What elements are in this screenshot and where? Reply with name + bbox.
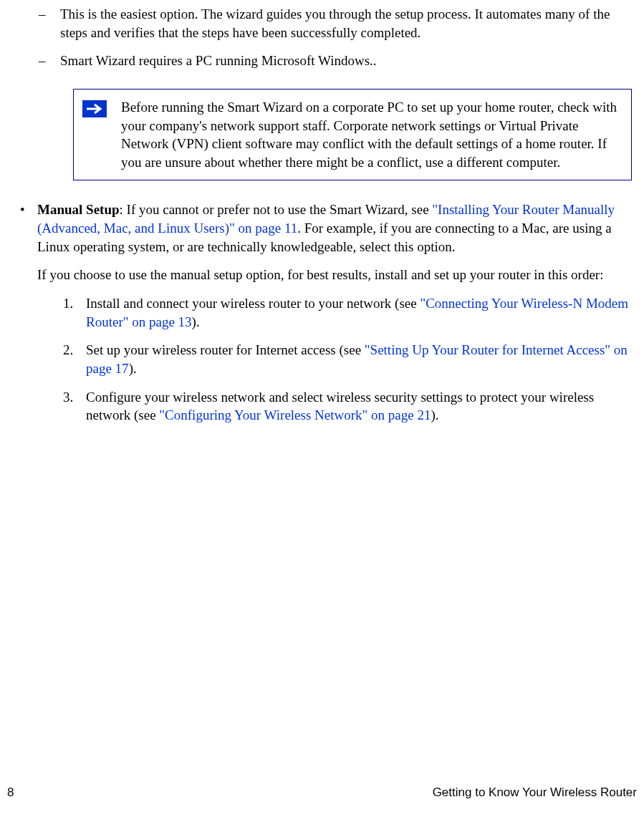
bullet-item: • Manual Setup: If you cannot or prefer …	[20, 200, 637, 434]
manual-pre: : If you cannot or prefer not to use the…	[120, 202, 433, 217]
manual-order-para: If you choose to use the manual setup op…	[37, 266, 637, 284]
list-item: 3. Configure your wireless network and s…	[63, 388, 637, 425]
dash-item: – Smart Wizard requires a PC running Mic…	[39, 52, 637, 70]
manual-setup-para: Manual Setup: If you cannot or prefer no…	[37, 200, 637, 256]
step-number: 3.	[63, 388, 86, 425]
step-number: 2.	[63, 341, 86, 377]
list-item: 1. Install and connect your wireless rou…	[63, 294, 637, 331]
dash-text: Smart Wizard requires a PC running Micro…	[60, 52, 637, 70]
step-pre: Install and connect your wireless router…	[86, 296, 420, 311]
step-post: ).	[431, 407, 438, 422]
step-number: 1.	[63, 294, 86, 331]
list-item: 2. Set up your wireless router for Inter…	[63, 341, 637, 377]
dash-text: This is the easiest option. The wizard g…	[60, 5, 637, 42]
step-post: ).	[192, 314, 200, 329]
section-title: Getting to Know Your Wireless Router	[433, 785, 637, 801]
note-text: Before running the Smart Wizard on a cor…	[121, 98, 621, 172]
dash-item: – This is the easiest option. The wizard…	[39, 5, 637, 42]
link-configure-wireless[interactable]: "Configuring Your Wireless Network" on p…	[159, 407, 431, 422]
dash-marker: –	[39, 52, 60, 70]
step-pre: Set up your wireless router for Internet…	[86, 342, 365, 357]
footer: 8 Getting to Know Your Wireless Router	[0, 785, 644, 801]
page-number: 8	[7, 785, 14, 801]
note-box: Before running the Smart Wizard on a cor…	[73, 89, 632, 181]
bullet-marker: •	[20, 200, 37, 434]
arrow-right-icon	[82, 100, 107, 117]
step-post: ).	[129, 361, 137, 376]
dash-marker: –	[39, 5, 60, 42]
manual-setup-label: Manual Setup	[37, 202, 120, 217]
